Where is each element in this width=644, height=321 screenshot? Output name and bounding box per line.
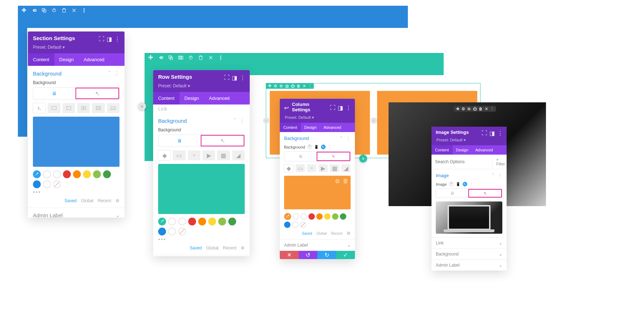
swatch[interactable] bbox=[168, 228, 176, 235]
swatch[interactable] bbox=[178, 218, 186, 225]
gear-icon[interactable]: ⚙ bbox=[462, 107, 465, 111]
swatch[interactable] bbox=[208, 218, 216, 225]
swatch[interactable] bbox=[316, 213, 323, 220]
swatch[interactable] bbox=[83, 170, 91, 178]
hover-toggle[interactable]: ↖ bbox=[317, 152, 350, 161]
swatch-none[interactable] bbox=[178, 228, 186, 235]
move-icon[interactable]: ✥ bbox=[456, 107, 459, 111]
bg-color-tab[interactable]: ◆ bbox=[158, 150, 171, 160]
tab-content[interactable]: Content bbox=[28, 53, 54, 66]
gear-icon[interactable] bbox=[158, 55, 163, 60]
power-icon[interactable] bbox=[188, 55, 193, 60]
filter-button[interactable]: + Filter bbox=[492, 155, 507, 169]
power-icon[interactable]: ⏻ bbox=[291, 84, 294, 88]
more-icon[interactable]: ⋮ bbox=[346, 104, 351, 110]
columns-icon[interactable]: ▥ bbox=[285, 84, 289, 88]
gear-icon[interactable]: ⚙ bbox=[347, 231, 351, 236]
bg-gradient-tab[interactable]: ▭ bbox=[173, 150, 185, 160]
preset-label[interactable]: Preset: Default ▾ bbox=[153, 83, 250, 92]
more-icon[interactable]: ⋮ bbox=[114, 70, 119, 77]
background-section[interactable]: Background⌄ bbox=[431, 249, 507, 260]
desktop-toggle[interactable]: 🖥 bbox=[158, 135, 201, 146]
more-icon[interactable]: ⋮ bbox=[239, 117, 245, 124]
column-insert-left[interactable]: ‹ bbox=[263, 117, 269, 124]
more-icon[interactable]: ⋮ bbox=[497, 130, 502, 135]
add-section-button[interactable]: + bbox=[138, 102, 146, 110]
hover-state-icon[interactable]: ↖ bbox=[321, 145, 326, 149]
trash-icon[interactable]: 🗑 bbox=[297, 84, 300, 88]
image-header[interactable]: Image ⌃⋮ bbox=[436, 173, 502, 178]
tab-advanced[interactable]: Advanced bbox=[320, 123, 345, 132]
tab-design[interactable]: Design bbox=[54, 53, 79, 66]
eyedropper-button[interactable] bbox=[158, 218, 166, 225]
swatch[interactable] bbox=[293, 213, 299, 220]
bg-video-tab[interactable]: ▶ bbox=[203, 150, 215, 160]
bg-mask-tab[interactable]: ◢ bbox=[232, 150, 245, 160]
duplicate-icon[interactable] bbox=[42, 8, 47, 13]
swatch[interactable] bbox=[93, 170, 101, 178]
modal-header[interactable]: Row Settings ⛶ ◨ ⋮ bbox=[153, 70, 250, 83]
swatch[interactable] bbox=[53, 170, 61, 178]
chevron-up-icon[interactable]: ⌃ bbox=[340, 136, 343, 141]
chevron-up-icon[interactable]: ⌃ bbox=[233, 117, 236, 124]
tab-content[interactable]: Content bbox=[280, 123, 301, 132]
desktop-toggle[interactable]: 🖥 bbox=[33, 88, 75, 99]
swatch[interactable] bbox=[308, 213, 315, 220]
preset-label[interactable]: Preset: Default ▾ bbox=[28, 45, 125, 53]
hover-toggle[interactable]: ↖ bbox=[468, 189, 502, 198]
more-swatches[interactable]: ••• bbox=[158, 236, 245, 243]
swatch[interactable] bbox=[43, 180, 51, 188]
swatch[interactable] bbox=[198, 218, 206, 225]
undo-button[interactable]: ↺ bbox=[299, 251, 318, 259]
swatch[interactable] bbox=[73, 170, 81, 178]
redo-button[interactable]: ↻ bbox=[317, 251, 336, 259]
swatch[interactable] bbox=[340, 213, 346, 220]
image-preview[interactable] bbox=[436, 201, 502, 234]
power-icon[interactable]: ⏻ bbox=[473, 107, 477, 111]
color-preview[interactable] bbox=[158, 164, 245, 214]
move-icon[interactable] bbox=[21, 8, 26, 13]
swatch[interactable] bbox=[218, 218, 226, 225]
help-icon[interactable]: ? bbox=[307, 145, 312, 149]
tab-content[interactable]: Content bbox=[153, 92, 180, 104]
desktop-toggle[interactable]: 🖥 bbox=[436, 189, 468, 198]
hover-toggle[interactable]: ↖ bbox=[75, 88, 119, 99]
close-icon[interactable] bbox=[72, 8, 77, 13]
background-header[interactable]: Background ⌃⋮ bbox=[33, 70, 119, 77]
saved-link[interactable]: Saved bbox=[190, 245, 202, 251]
link-section-peek[interactable]: Link bbox=[153, 104, 250, 113]
bg-mask-tab[interactable]: ◢ bbox=[341, 164, 351, 172]
admin-label-section[interactable]: Admin Label⌄ bbox=[28, 208, 125, 218]
move-icon[interactable] bbox=[268, 84, 272, 88]
more-icon[interactable]: ⋮ bbox=[469, 182, 473, 186]
gear-icon[interactable] bbox=[31, 8, 36, 13]
saved-link[interactable]: Saved bbox=[302, 232, 312, 235]
snap-icon[interactable]: ◨ bbox=[107, 36, 112, 41]
more-icon[interactable]: ⋮ bbox=[114, 36, 119, 41]
move-icon[interactable] bbox=[148, 55, 153, 60]
admin-label-section[interactable]: Admin Label⌄ bbox=[431, 260, 507, 271]
bg-image-tab[interactable]: ▫ bbox=[307, 164, 316, 172]
link-section[interactable]: Link⌄ bbox=[431, 238, 507, 249]
more-icon[interactable]: ⋮ bbox=[346, 136, 351, 141]
eyedropper-button[interactable] bbox=[284, 213, 291, 220]
swatch[interactable] bbox=[158, 228, 166, 235]
bg-pattern-tab[interactable] bbox=[92, 103, 104, 113]
desktop-toggle[interactable]: 🖥 bbox=[284, 152, 317, 161]
back-icon[interactable]: ↩ bbox=[284, 104, 289, 110]
bg-video-tab[interactable] bbox=[77, 103, 90, 113]
tab-advanced[interactable]: Advanced bbox=[79, 53, 109, 66]
gear-icon[interactable]: ⚙ bbox=[116, 198, 119, 203]
columns-icon[interactable] bbox=[178, 55, 183, 60]
bg-pattern-tab[interactable]: ▩ bbox=[330, 164, 339, 172]
swatch[interactable] bbox=[324, 213, 331, 220]
snap-icon[interactable]: ◨ bbox=[232, 74, 237, 79]
bg-gradient-tab[interactable] bbox=[48, 103, 60, 113]
tab-advanced[interactable]: Advanced bbox=[472, 145, 497, 155]
bg-gradient-tab[interactable]: ▭ bbox=[296, 164, 305, 172]
more-icon[interactable]: ⋮ bbox=[328, 145, 332, 149]
gear-icon[interactable]: ⚙ bbox=[274, 84, 277, 88]
color-preview[interactable] bbox=[33, 117, 119, 167]
expand-icon[interactable]: ⛶ bbox=[99, 36, 104, 41]
gear-icon[interactable]: ⚙ bbox=[241, 245, 245, 251]
